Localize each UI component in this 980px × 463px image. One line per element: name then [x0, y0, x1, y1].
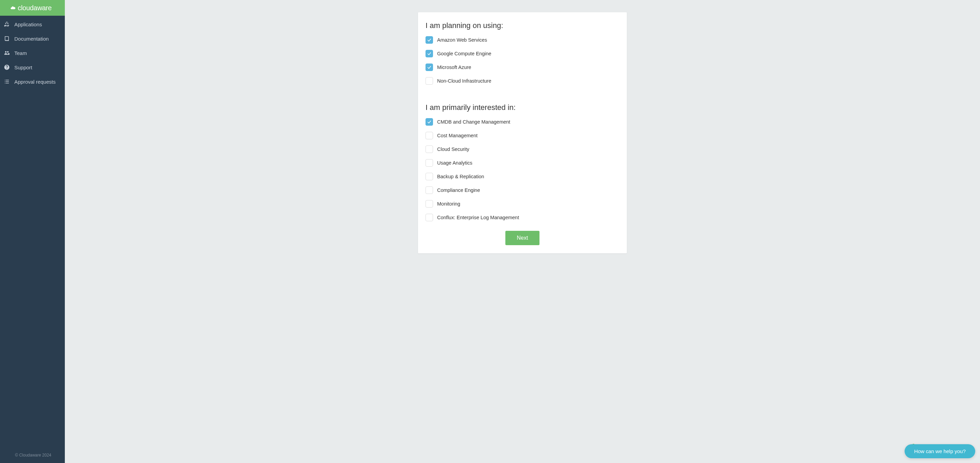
sidebar-item-label: Documentation: [14, 36, 49, 42]
option-label: Backup & Replication: [437, 174, 484, 179]
option-cost[interactable]: Cost Management: [425, 132, 619, 139]
option-label: Monitoring: [437, 201, 460, 207]
book-icon: [3, 35, 10, 42]
option-backup[interactable]: Backup & Replication: [425, 173, 619, 180]
section-title-interested: I am primarily interested in:: [425, 103, 619, 112]
users-icon: [3, 49, 10, 56]
checkbox[interactable]: [425, 200, 433, 208]
sidebar-item-applications[interactable]: Applications: [0, 17, 65, 32]
onboarding-card: I am planning on using: Amazon Web Servi…: [418, 12, 627, 253]
option-aws[interactable]: Amazon Web Services: [425, 36, 619, 44]
checkbox[interactable]: [425, 145, 433, 153]
option-label: Usage Analytics: [437, 160, 472, 166]
checkbox[interactable]: [425, 50, 433, 57]
checkbox[interactable]: [425, 214, 433, 221]
option-label: Amazon Web Services: [437, 37, 487, 43]
sidebar: cloudaware Applications Documentation Te…: [0, 0, 65, 463]
sidebar-item-support[interactable]: Support: [0, 60, 65, 74]
checkbox[interactable]: [425, 64, 433, 71]
option-non-cloud[interactable]: Non-Cloud Infrastructure: [425, 77, 619, 85]
section-title-planning: I am planning on using:: [425, 21, 619, 30]
sidebar-item-label: Support: [14, 64, 32, 70]
option-label: Google Compute Engine: [437, 51, 492, 56]
nav: Applications Documentation Team Support: [0, 16, 65, 449]
sidebar-item-approval-requests[interactable]: Approval requests: [0, 74, 65, 89]
option-conflux[interactable]: Conflux: Enterprise Log Management: [425, 214, 619, 221]
sidebar-item-documentation[interactable]: Documentation: [0, 32, 65, 46]
checkbox[interactable]: [425, 118, 433, 126]
brand-header[interactable]: cloudaware: [0, 0, 65, 16]
list-icon: [3, 78, 10, 85]
chat-help-bubble[interactable]: How can we help you?: [905, 444, 975, 458]
option-usage[interactable]: Usage Analytics: [425, 159, 619, 167]
option-label: Cloud Security: [437, 147, 469, 152]
checkbox[interactable]: [425, 77, 433, 85]
option-gce[interactable]: Google Compute Engine: [425, 50, 619, 57]
sidebar-item-team[interactable]: Team: [0, 46, 65, 60]
sidebar-item-label: Applications: [14, 21, 42, 27]
question-circle-icon: [3, 64, 10, 71]
option-label: Cost Management: [437, 133, 477, 138]
checkbox[interactable]: [425, 36, 433, 44]
next-button[interactable]: Next: [505, 231, 540, 245]
option-label: Conflux: Enterprise Log Management: [437, 215, 519, 220]
cloud-logo-icon: [10, 5, 16, 11]
option-label: Microsoft Azure: [437, 64, 471, 70]
sidebar-item-label: Team: [14, 50, 27, 56]
cubes-icon: [3, 21, 10, 28]
option-compliance[interactable]: Compliance Engine: [425, 187, 619, 194]
checkbox[interactable]: [425, 187, 433, 194]
option-security[interactable]: Cloud Security: [425, 145, 619, 153]
main-content: I am planning on using: Amazon Web Servi…: [65, 0, 980, 463]
sidebar-item-label: Approval requests: [14, 79, 56, 85]
option-label: Non-Cloud Infrastructure: [437, 78, 492, 84]
option-monitoring[interactable]: Monitoring: [425, 200, 619, 208]
footer-copyright: © Cloudaware 2024: [0, 449, 65, 463]
checkbox[interactable]: [425, 132, 433, 139]
option-label: Compliance Engine: [437, 187, 480, 193]
option-azure[interactable]: Microsoft Azure: [425, 64, 619, 71]
option-cmdb[interactable]: CMDB and Change Management: [425, 118, 619, 126]
checkbox[interactable]: [425, 159, 433, 167]
brand-name: cloudaware: [18, 4, 51, 12]
checkbox[interactable]: [425, 173, 433, 180]
option-label: CMDB and Change Management: [437, 119, 510, 125]
